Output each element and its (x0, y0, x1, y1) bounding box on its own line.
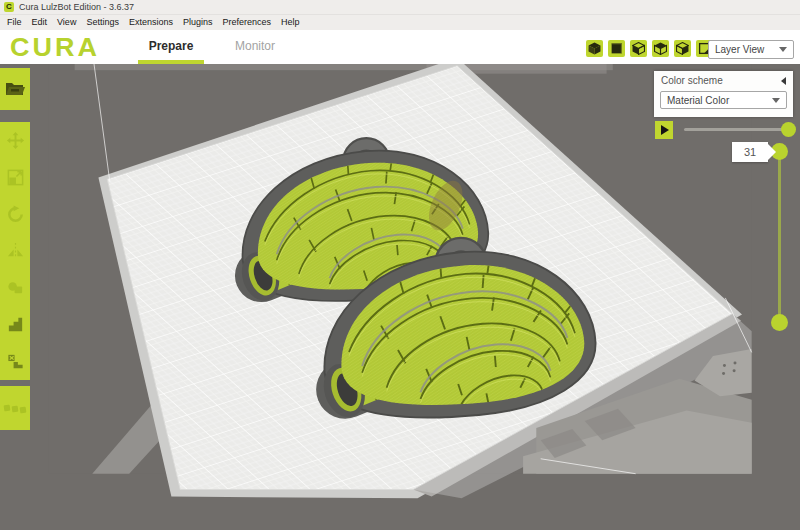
cube-top-icon (654, 42, 667, 55)
cube-right-icon (676, 42, 689, 55)
cube-front-icon (610, 42, 623, 55)
scale-tool-button[interactable] (4, 166, 26, 188)
menu-item-edit[interactable]: Edit (27, 15, 53, 30)
path-slider-handle[interactable] (781, 122, 796, 137)
menu-bar: File Edit View Settings Extensions Plugi… (0, 15, 800, 30)
model-list-button[interactable] (0, 386, 30, 430)
collapse-arrow-icon[interactable] (781, 77, 786, 85)
menu-item-settings[interactable]: Settings (81, 15, 124, 30)
camera-front-view-button[interactable] (608, 40, 625, 57)
menu-item-extensions[interactable]: Extensions (124, 15, 178, 30)
view-mode-dropdown[interactable]: Layer View (708, 40, 794, 59)
chevron-down-icon (779, 47, 787, 52)
camera-right-view-button[interactable] (674, 40, 691, 57)
current-layer-value: 31 (744, 146, 756, 158)
header: CURA Prepare Monitor (0, 30, 800, 64)
mesh-type-button[interactable] (4, 314, 26, 336)
window-title: Cura LulzBot Edition - 3.6.37 (19, 2, 134, 12)
open-file-button[interactable] (0, 68, 30, 110)
scene-canvas (0, 64, 800, 530)
support-blocker-icon (6, 352, 25, 371)
per-model-settings-button[interactable] (4, 277, 26, 299)
color-scheme-dropdown[interactable]: Material Color (660, 91, 787, 109)
chevron-down-icon (772, 98, 780, 103)
menu-item-view[interactable]: View (52, 15, 81, 30)
window-titlebar: C Cura LulzBot Edition - 3.6.37 (0, 0, 800, 15)
app-icon: C (4, 2, 14, 12)
menu-item-file[interactable]: File (2, 15, 27, 30)
cube-3d-icon (588, 42, 601, 55)
cube-left-icon (632, 42, 645, 55)
menu-item-help[interactable]: Help (276, 15, 305, 30)
view-mode-value: Layer View (715, 44, 764, 55)
mirror-tool-button[interactable] (4, 240, 26, 262)
play-button[interactable] (655, 121, 673, 139)
mirror-tool-icon (6, 241, 25, 260)
rotate-tool-button[interactable] (4, 203, 26, 225)
rotate-tool-icon (6, 205, 25, 224)
camera-preset-toolbar (586, 40, 713, 57)
camera-left-view-button[interactable] (630, 40, 647, 57)
color-scheme-value: Material Color (667, 95, 729, 106)
scale-tool-icon (6, 168, 25, 187)
layer-slider-track[interactable] (778, 152, 781, 318)
move-tool-button[interactable] (4, 129, 26, 151)
tab-prepare[interactable]: Prepare (138, 39, 204, 53)
per-model-settings-icon (6, 278, 25, 297)
cura-logo: CURA (10, 33, 100, 62)
camera-3d-view-button[interactable] (586, 40, 603, 57)
color-scheme-label: Color scheme (661, 75, 723, 86)
current-layer-tooltip: 31 (732, 142, 768, 162)
path-slider-track[interactable] (684, 128, 792, 131)
app-window: C Cura LulzBot Edition - 3.6.37 File Edi… (0, 0, 800, 530)
open-folder-icon (4, 80, 26, 98)
model-list-icon (3, 401, 27, 415)
tab-monitor[interactable]: Monitor (222, 39, 288, 53)
mesh-type-icon (6, 315, 25, 334)
layer-slider-bottom-handle[interactable] (771, 314, 788, 331)
menu-item-preferences[interactable]: Preferences (217, 15, 276, 30)
camera-top-view-button[interactable] (652, 40, 669, 57)
viewport-3d[interactable]: Color scheme Material Color 31 (0, 64, 800, 530)
support-blocker-button[interactable] (4, 350, 26, 372)
tool-panel (0, 122, 30, 380)
layer-view-panel: Color scheme Material Color (654, 71, 793, 117)
menu-item-plugins[interactable]: Plugins (178, 15, 218, 30)
play-icon (661, 125, 669, 135)
move-tool-icon (6, 131, 25, 150)
